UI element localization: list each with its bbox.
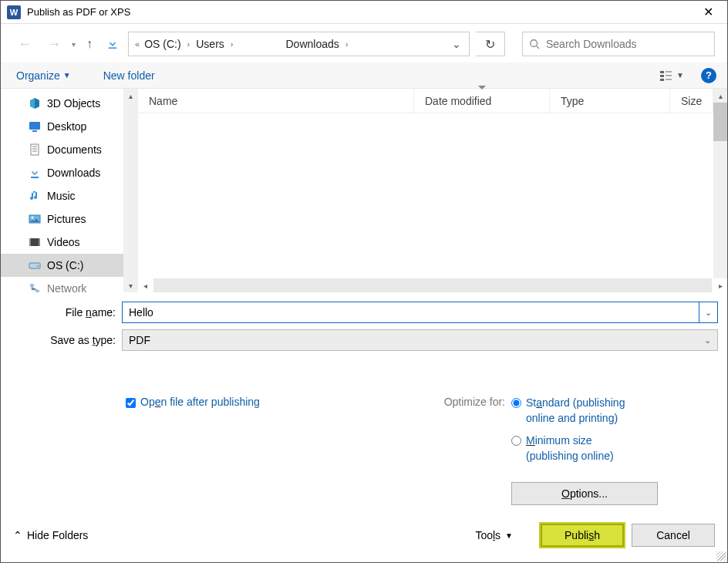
close-icon[interactable]: ✕ <box>696 3 721 21</box>
chevron-down-icon: ▼ <box>505 531 513 540</box>
filename-dropdown-icon[interactable]: ⌄ <box>699 302 718 323</box>
sidebar-item-3d-objects[interactable]: 3D Objects <box>1 92 137 115</box>
path-dropdown-icon[interactable]: ⌄ <box>447 38 466 50</box>
downloads-path-icon <box>103 35 122 53</box>
chevron-up-icon: ⌃ <box>13 529 22 541</box>
scroll-up-icon[interactable]: ▴ <box>713 89 727 103</box>
path-seg-os[interactable]: OS (C:) <box>140 38 185 50</box>
open-after-label: Open file after publishing <box>140 396 260 408</box>
filename-label: File name: <box>10 306 122 319</box>
scroll-right-icon[interactable]: ▸ <box>713 278 727 292</box>
organize-button[interactable]: Organize▼ <box>12 66 76 85</box>
forward-arrow-icon[interactable]: → <box>42 36 66 52</box>
refresh-icon[interactable]: ↻ <box>476 32 505 56</box>
svg-rect-20 <box>39 238 40 246</box>
svg-point-17 <box>32 217 34 219</box>
svg-rect-9 <box>29 122 40 130</box>
svg-rect-15 <box>31 177 39 178</box>
drive-icon <box>29 259 41 271</box>
sidebar-item-music[interactable]: Music <box>1 184 137 207</box>
radio-standard-input[interactable] <box>511 398 521 408</box>
sidebar-item-videos[interactable]: Videos <box>1 231 137 254</box>
svg-rect-10 <box>32 130 37 132</box>
sidebar-item-pictures[interactable]: Pictures <box>1 207 137 231</box>
path-overflow-icon[interactable]: « <box>132 39 140 49</box>
svg-point-1 <box>531 40 538 47</box>
new-folder-button[interactable]: New folder <box>99 66 160 85</box>
resize-grip-icon[interactable] <box>716 551 726 561</box>
path-seg-downloads[interactable]: Downloads <box>281 38 343 50</box>
tools-dropdown[interactable]: Tools ▼ <box>475 529 513 541</box>
sidebar-item-label: 3D Objects <box>47 97 100 110</box>
search-box[interactable] <box>522 32 715 56</box>
path-bar[interactable]: « OS (C:) › Users › Downloads › ⌄ <box>128 32 470 56</box>
sidebar-item-desktop[interactable]: Desktop <box>1 115 137 138</box>
hide-folders-label: Hide Folders <box>27 529 88 541</box>
scroll-left-icon[interactable]: ◂ <box>138 278 152 292</box>
sidebar-item-os-c[interactable]: OS (C:) <box>1 254 137 277</box>
chevron-right-icon: › <box>186 39 192 49</box>
search-input[interactable] <box>546 38 708 50</box>
cancel-button[interactable]: Cancel <box>632 524 715 547</box>
scrollbar-thumb[interactable] <box>713 103 727 141</box>
pictures-icon <box>29 213 41 225</box>
radio-standard-label: Standard (publishingonline and printing) <box>526 396 625 426</box>
file-pane: Name Date modified Type Size ▴ ◂ ▸ <box>138 89 727 292</box>
up-arrow-icon[interactable]: ↑ <box>82 37 97 51</box>
svg-rect-11 <box>31 144 39 155</box>
optimize-minimum-radio[interactable]: Minimum size(publishing online) <box>511 433 658 464</box>
sidebar-item-network[interactable]: Network <box>1 277 137 292</box>
svg-rect-0 <box>109 48 117 49</box>
word-icon: W <box>7 5 21 19</box>
sidebar-item-label: Documents <box>47 143 102 156</box>
hide-folders-button[interactable]: ⌃ Hide Folders <box>13 529 88 541</box>
column-date[interactable]: Date modified <box>414 89 550 113</box>
saveas-value: PDF <box>129 334 150 346</box>
open-after-checkbox[interactable]: Open file after publishing <box>126 396 260 505</box>
footer: ⌃ Hide Folders Tools ▼ Publish Cancel <box>1 514 727 562</box>
filepane-scrollbar-v[interactable]: ▴ <box>713 89 727 278</box>
network-icon <box>29 282 41 292</box>
sidebar-item-label: Network <box>47 282 86 292</box>
saveas-select[interactable]: PDF⌄ <box>122 329 718 351</box>
back-arrow-icon[interactable]: ← <box>13 36 36 52</box>
desktop-icon <box>29 120 41 133</box>
view-options-icon[interactable]: ▼ <box>656 69 687 82</box>
publish-button[interactable]: Publish <box>541 524 624 547</box>
svg-rect-18 <box>29 238 40 246</box>
window-title: Publish as PDF or XPS <box>27 6 696 18</box>
sidebar-item-label: Downloads <box>47 167 100 179</box>
column-size[interactable]: Size <box>670 89 713 113</box>
radio-minimum-label: Minimum size(publishing online) <box>526 433 614 464</box>
open-after-input[interactable] <box>126 398 136 408</box>
optimize-group: Optimize for: Standard (publishingonline… <box>444 396 658 505</box>
chevron-right-icon: › <box>344 39 350 49</box>
scroll-up-icon[interactable]: ▴ <box>123 89 137 103</box>
scroll-down-icon[interactable]: ▾ <box>123 278 137 292</box>
options-button[interactable]: Options... <box>511 482 658 505</box>
svg-rect-3 <box>660 71 664 73</box>
column-type[interactable]: Type <box>550 89 670 113</box>
column-name[interactable]: Name <box>138 89 414 113</box>
scrollbar-track[interactable] <box>153 278 712 292</box>
titlebar: W Publish as PDF or XPS ✕ <box>1 1 727 24</box>
svg-rect-23 <box>30 284 34 287</box>
path-seg-users[interactable]: Users <box>191 38 229 50</box>
documents-icon <box>29 143 41 156</box>
filename-input[interactable] <box>122 302 699 323</box>
sidebar-item-downloads[interactable]: Downloads <box>1 161 137 184</box>
optimize-standard-radio[interactable]: Standard (publishingonline and printing) <box>511 396 658 426</box>
sidebar-item-documents[interactable]: Documents <box>1 138 137 161</box>
history-dropdown-icon[interactable]: ▾ <box>72 40 76 49</box>
sidebar-scrollbar[interactable]: ▴ ▾ <box>123 89 137 292</box>
downloads-icon <box>29 167 41 179</box>
chevron-right-icon: › <box>229 39 235 49</box>
nav-row: ← → ▾ ↑ « OS (C:) › Users › Downloads › … <box>1 24 727 62</box>
sidebar: 3D Objects Desktop Documents Downloads M… <box>1 89 138 292</box>
sidebar-item-label: Pictures <box>47 213 86 225</box>
svg-point-22 <box>37 265 39 267</box>
sidebar-item-label: Videos <box>47 236 80 248</box>
help-icon[interactable]: ? <box>701 68 716 83</box>
filepane-scrollbar-h[interactable]: ◂ ▸ <box>138 278 727 292</box>
radio-minimum-input[interactable] <box>511 436 521 446</box>
